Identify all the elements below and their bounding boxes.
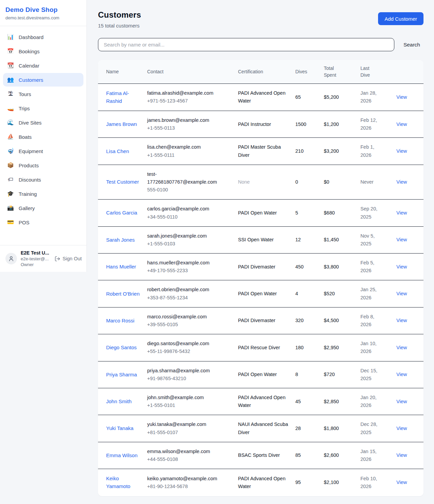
customer-email: robert.obrien@example.com bbox=[147, 286, 221, 294]
customer-total-spent: $2,850 bbox=[324, 388, 360, 415]
table-row: Keiko Yamamoto keiko.yamamoto@example.co… bbox=[98, 469, 423, 496]
customer-name-link[interactable]: Carlos Garcia bbox=[106, 209, 137, 217]
view-customer-link[interactable]: View bbox=[396, 148, 407, 154]
speedboat-icon: 🚤 bbox=[7, 106, 14, 111]
customer-name-link[interactable]: Yuki Tanaka bbox=[106, 424, 134, 432]
view-customer-link[interactable]: View bbox=[396, 372, 407, 377]
customer-last-dive: Jan 20, 2026 bbox=[360, 394, 385, 409]
sidebar-item-tours[interactable]: 🏝 Tours bbox=[3, 87, 83, 101]
people-icon: 👥 bbox=[7, 77, 14, 82]
customer-certification: NAUI Advanced Scuba Diver bbox=[238, 422, 288, 435]
sidebar-item-label: Tours bbox=[19, 91, 31, 97]
customer-name-link[interactable]: Lisa Chen bbox=[106, 147, 129, 155]
sidebar-item-calendar[interactable]: 📆 Calendar bbox=[3, 59, 83, 72]
view-customer-link[interactable]: View bbox=[396, 291, 407, 296]
customer-total-spent: $3,200 bbox=[324, 138, 360, 165]
sidebar-item-bookings[interactable]: 📅 Bookings bbox=[3, 44, 83, 58]
customer-phone: +81-90-1234-5678 bbox=[147, 483, 233, 490]
customer-dives: 0 bbox=[295, 165, 324, 200]
view-customer-link[interactable]: View bbox=[396, 264, 407, 269]
view-customer-link[interactable]: View bbox=[396, 399, 407, 404]
customer-total-spent: $2,600 bbox=[324, 442, 360, 469]
customer-last-dive: Feb 12, 2026 bbox=[360, 116, 385, 132]
sidebar-item-trips[interactable]: 🚤 Trips bbox=[3, 101, 83, 115]
customer-name-link[interactable]: Test Customer bbox=[106, 178, 139, 186]
view-customer-link[interactable]: View bbox=[396, 480, 407, 485]
table-row: Hans Mueller hans.mueller@example.com +4… bbox=[98, 254, 423, 280]
table-row: Test Customer test-1772681807767@example… bbox=[98, 165, 423, 200]
page-header: Customers 15 total customers Add Custome… bbox=[98, 10, 423, 29]
customer-total-spent: $1,200 bbox=[324, 111, 360, 138]
search-button[interactable]: Search bbox=[403, 42, 420, 48]
sidebar: Demo Dive Shop demo.test.divestreams.com… bbox=[0, 0, 87, 272]
search-input[interactable] bbox=[98, 38, 394, 51]
sidebar-item-boats[interactable]: ⛵ Boats bbox=[3, 130, 83, 144]
customer-last-dive: Feb 8, 2026 bbox=[360, 313, 385, 329]
customer-phone: +49-170-555-2233 bbox=[147, 267, 233, 275]
sidebar-item-customers[interactable]: 👥 Customers bbox=[3, 73, 83, 87]
customer-certification: PADI Master Scuba Diver bbox=[238, 144, 281, 157]
table-row: Robert O'Brien robert.obrien@example.com… bbox=[98, 280, 423, 307]
sidebar-item-products[interactable]: 📦 Products bbox=[3, 158, 83, 172]
sidebar-item-dashboard[interactable]: 📊 Dashboard bbox=[3, 30, 83, 44]
view-customer-link[interactable]: View bbox=[396, 122, 407, 127]
customer-phone: 555-0100 bbox=[147, 186, 233, 194]
sidebar-item-training[interactable]: 🎓 Training bbox=[3, 187, 83, 201]
customer-name-link[interactable]: James Brown bbox=[106, 120, 137, 128]
sidebar-item-pos[interactable]: 💳 POS bbox=[3, 216, 83, 229]
customer-total-spent: $720 bbox=[324, 361, 360, 388]
view-customer-link[interactable]: View bbox=[396, 452, 407, 458]
view-customer-link[interactable]: View bbox=[396, 210, 407, 216]
customer-certification: PADI Divemaster bbox=[238, 318, 275, 323]
customer-total-spent: $3,800 bbox=[324, 254, 360, 280]
customer-name-link[interactable]: Fatima Al-Rashid bbox=[106, 89, 142, 105]
customer-total-spent: $2,100 bbox=[324, 469, 360, 496]
customer-name-link[interactable]: Diego Santos bbox=[106, 343, 137, 351]
view-customer-link[interactable]: View bbox=[396, 318, 407, 323]
customer-name-link[interactable]: Sarah Jones bbox=[106, 236, 135, 244]
sidebar-item-label: Equipment bbox=[19, 148, 43, 154]
view-customer-link[interactable]: View bbox=[396, 426, 407, 431]
sign-out-label: Sign Out bbox=[63, 256, 82, 261]
customer-name-link[interactable]: Keiko Yamamoto bbox=[106, 474, 142, 490]
customer-certification: BSAC Sports Diver bbox=[238, 452, 280, 458]
column-header: Name bbox=[98, 60, 147, 83]
wave-icon: 🌊 bbox=[7, 120, 14, 125]
customer-email: fatima.alrashid@example.com bbox=[147, 89, 221, 97]
customer-name-link[interactable]: Hans Mueller bbox=[106, 263, 136, 270]
customer-certification: PADI Advanced Open Water bbox=[238, 395, 285, 408]
column-header: Certification bbox=[238, 60, 295, 83]
search-bar: Search bbox=[98, 38, 423, 51]
customer-email: priya.sharma@example.com bbox=[147, 367, 221, 375]
app-domain: demo.test.divestreams.com bbox=[5, 15, 81, 20]
add-customer-button[interactable]: Add Customer bbox=[378, 12, 423, 25]
sidebar-item-equipment[interactable]: 🤿 Equipment bbox=[3, 144, 83, 158]
customer-name-link[interactable]: Priya Sharma bbox=[106, 371, 137, 378]
customer-name-link[interactable]: Robert O'Brien bbox=[106, 290, 140, 298]
customer-dives: 12 bbox=[295, 226, 324, 253]
customer-email: test-1772681807767@example.com bbox=[147, 170, 221, 186]
sidebar-item-discounts[interactable]: 🏷 Discounts bbox=[3, 173, 83, 186]
sidebar-item-gallery[interactable]: 📸 Gallery bbox=[3, 201, 83, 215]
table-row: Sarah Jones sarah.jones@example.com +1-5… bbox=[98, 226, 423, 253]
customer-name-link[interactable]: Marco Rossi bbox=[106, 317, 134, 324]
sidebar-item-label: Gallery bbox=[19, 205, 35, 211]
sign-out-button[interactable]: Sign Out bbox=[55, 256, 82, 262]
view-customer-link[interactable]: View bbox=[396, 179, 407, 185]
view-customer-link[interactable]: View bbox=[396, 237, 407, 242]
customer-email: marco.rossi@example.com bbox=[147, 313, 221, 321]
table-row: Priya Sharma priya.sharma@example.com +9… bbox=[98, 361, 423, 388]
customer-email: john.smith@example.com bbox=[147, 394, 221, 402]
customer-name-link[interactable]: Emma Wilson bbox=[106, 451, 138, 459]
customer-dives: 210 bbox=[295, 138, 324, 165]
tag-icon: 🏷 bbox=[7, 177, 14, 182]
view-customer-link[interactable]: View bbox=[396, 345, 407, 350]
customer-phone: +55-11-99876-5432 bbox=[147, 348, 233, 355]
customer-name-link[interactable]: John Smith bbox=[106, 397, 132, 405]
table-row: Lisa Chen lisa.chen@example.com +1-555-0… bbox=[98, 138, 423, 165]
view-customer-link[interactable]: View bbox=[396, 94, 407, 100]
customer-count: 15 total customers bbox=[98, 23, 141, 29]
credit-card-icon: 💳 bbox=[7, 220, 14, 225]
sidebar-item-dive-sites[interactable]: 🌊 Dive Sites bbox=[3, 116, 83, 129]
customer-last-dive: Feb 1, 2026 bbox=[360, 143, 385, 159]
